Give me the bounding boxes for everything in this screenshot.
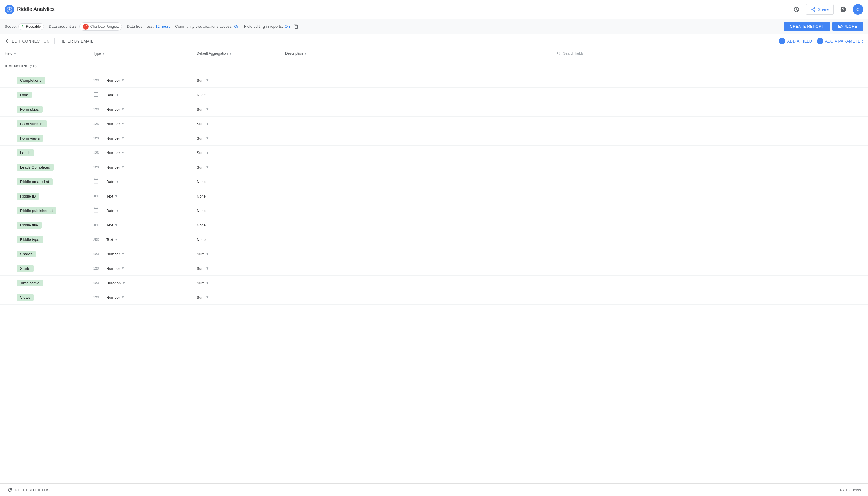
add-parameter-button[interactable]: + ADD A PARAMETER <box>817 38 863 44</box>
share-button[interactable]: Share <box>806 4 834 15</box>
drag-handle[interactable]: ⋮⋮ <box>5 150 14 156</box>
field-editing-copy-button[interactable] <box>292 22 300 31</box>
drag-handle[interactable]: ⋮⋮ <box>5 78 14 83</box>
field-sort-arrow[interactable]: ▼ <box>14 52 17 55</box>
type-selector[interactable]: Number ▼ <box>106 165 125 169</box>
agg-cell[interactable]: None <box>197 232 276 247</box>
field-label[interactable]: Leads Completed <box>17 164 54 171</box>
drag-handle[interactable]: ⋮⋮ <box>5 165 14 170</box>
description-cell <box>280 276 552 290</box>
type-selector[interactable]: Text ▼ <box>106 194 118 198</box>
type-selector[interactable]: Number ▼ <box>106 107 125 112</box>
create-report-button[interactable]: CREATE REPORT <box>784 22 830 31</box>
type-selector[interactable]: Number ▼ <box>106 151 125 155</box>
description-cell <box>280 102 552 117</box>
drag-handle[interactable]: ⋮⋮ <box>5 193 14 199</box>
drag-handle[interactable]: ⋮⋮ <box>5 251 14 257</box>
field-name-cell: ⋮⋮ Form submits <box>5 121 84 127</box>
type-selector[interactable]: Duration ▼ <box>106 281 125 285</box>
drag-handle[interactable]: ⋮⋮ <box>5 92 14 98</box>
type-date-icon <box>93 92 104 98</box>
field-label[interactable]: Leads <box>17 150 34 156</box>
drag-handle[interactable]: ⋮⋮ <box>5 121 14 127</box>
agg-cell[interactable]: None <box>197 218 276 232</box>
type-selector[interactable]: Number ▼ <box>106 295 125 300</box>
drag-handle[interactable]: ⋮⋮ <box>5 295 14 300</box>
type-selector[interactable]: Date ▼ <box>106 93 119 97</box>
field-label[interactable]: Views <box>17 294 34 301</box>
drag-handle[interactable]: ⋮⋮ <box>5 222 14 228</box>
agg-cell[interactable]: Sum ▼ <box>197 276 276 290</box>
agg-cell[interactable]: Sum ▼ <box>197 131 276 145</box>
agg-cell[interactable]: Sum ▼ <box>197 160 276 174</box>
type-cell: Date ▼ <box>93 88 187 102</box>
credential-badge[interactable]: C Charlotte Pangraz <box>79 22 122 31</box>
type-number-icon: 123 <box>93 122 104 125</box>
field-label[interactable]: Completions <box>17 77 45 84</box>
field-label[interactable]: Shares <box>17 251 36 258</box>
field-label[interactable]: Time active <box>17 280 43 286</box>
avatar[interactable]: C <box>853 4 863 15</box>
app-title: Riddle Analytics <box>17 6 55 12</box>
drag-handle[interactable]: ⋮⋮ <box>5 266 14 271</box>
field-editing-value[interactable]: On <box>284 24 290 29</box>
agg-cell[interactable]: Sum ▼ <box>197 261 276 276</box>
agg-cell[interactable]: Sum ▼ <box>197 290 276 305</box>
add-field-button[interactable]: + ADD A FIELD <box>779 38 812 44</box>
type-selector[interactable]: Number ▼ <box>106 78 125 83</box>
field-label[interactable]: Form skips <box>17 106 43 113</box>
field-label[interactable]: Riddle created at <box>17 178 52 185</box>
type-selector[interactable]: Number ▼ <box>106 122 125 126</box>
drag-handle[interactable]: ⋮⋮ <box>5 136 14 141</box>
scope-badge[interactable]: ↻ Reusable <box>18 23 44 30</box>
drag-handle[interactable]: ⋮⋮ <box>5 237 14 243</box>
agg-sort-arrow[interactable]: ▼ <box>229 52 232 55</box>
agg-cell[interactable]: Sum ▼ <box>197 73 276 88</box>
agg-value: None <box>197 223 206 227</box>
type-selector[interactable]: Text ▼ <box>106 223 118 227</box>
desc-sort-arrow[interactable]: ▼ <box>304 52 307 55</box>
drag-handle[interactable]: ⋮⋮ <box>5 280 14 286</box>
field-label[interactable]: Riddle type <box>17 236 43 243</box>
type-sort-arrow[interactable]: ▼ <box>102 52 105 55</box>
type-dropdown-arrow: ▼ <box>121 122 125 126</box>
type-selector[interactable]: Number ▼ <box>106 266 125 271</box>
drag-handle[interactable]: ⋮⋮ <box>5 107 14 112</box>
agg-cell[interactable]: Sum ▼ <box>197 247 276 261</box>
community-value[interactable]: On <box>234 24 239 29</box>
add-field-icon: + <box>779 38 785 44</box>
help-button[interactable] <box>837 3 849 15</box>
type-selector[interactable]: Date ▼ <box>106 180 119 184</box>
agg-cell[interactable]: Sum ▼ <box>197 117 276 131</box>
field-label[interactable]: Starts <box>17 265 34 272</box>
type-number-icon: 123 <box>93 151 104 154</box>
drag-handle[interactable]: ⋮⋮ <box>5 208 14 214</box>
type-selector[interactable]: Date ▼ <box>106 208 119 213</box>
freshness-value[interactable]: 12 hours <box>156 24 171 29</box>
field-label[interactable]: Riddle title <box>17 222 42 229</box>
agg-dropdown-arrow: ▼ <box>206 122 209 126</box>
type-selector[interactable]: Number ▼ <box>106 136 125 141</box>
history-button[interactable] <box>790 3 802 15</box>
agg-cell[interactable]: None <box>197 203 276 218</box>
agg-cell[interactable]: None <box>197 174 276 189</box>
filter-button[interactable]: FILTER BY EMAIL <box>59 39 93 43</box>
edit-connection-button[interactable]: EDIT CONNECTION <box>5 38 50 44</box>
field-label[interactable]: Date <box>17 92 32 98</box>
field-label[interactable]: Riddle ID <box>17 193 39 200</box>
agg-dropdown-arrow: ▼ <box>206 151 209 155</box>
agg-cell[interactable]: None <box>197 189 276 203</box>
explore-button[interactable]: EXPLORE <box>832 22 863 31</box>
agg-cell[interactable]: Sum ▼ <box>197 102 276 116</box>
description-cell <box>280 73 552 88</box>
agg-cell[interactable]: None <box>197 88 276 102</box>
drag-handle[interactable]: ⋮⋮ <box>5 179 14 185</box>
type-selector[interactable]: Text ▼ <box>106 237 118 242</box>
field-label[interactable]: Form views <box>17 135 43 142</box>
type-selector[interactable]: Number ▼ <box>106 252 125 256</box>
table-row: ⋮⋮ Completions 123 Number ▼ Sum ▼ <box>0 73 868 88</box>
agg-cell[interactable]: Sum ▼ <box>197 145 276 160</box>
description-cell <box>280 290 552 305</box>
field-label[interactable]: Riddle published at <box>17 207 57 214</box>
field-label[interactable]: Form submits <box>17 121 47 127</box>
